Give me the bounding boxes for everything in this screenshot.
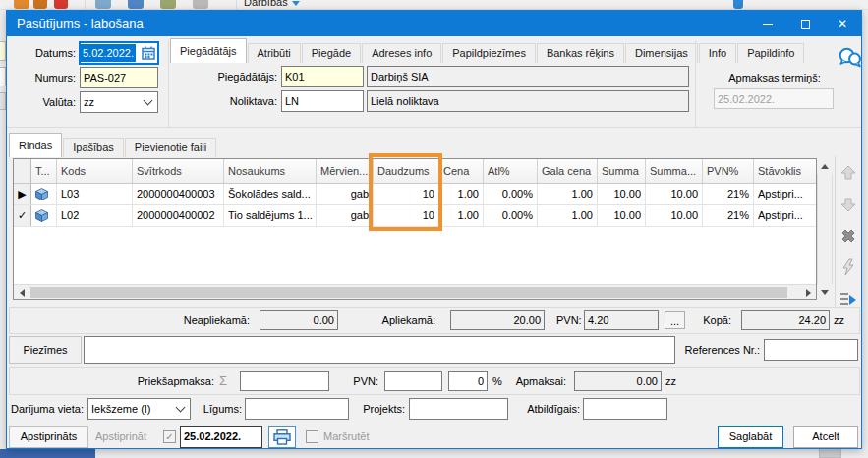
grid-header-summa2[interactable]: Summa... bbox=[646, 159, 703, 183]
tab-rindas[interactable]: Rindas bbox=[9, 133, 62, 157]
cell-kods[interactable]: L03 bbox=[57, 184, 133, 204]
noliktava-code-field[interactable]: LN bbox=[281, 90, 364, 112]
scroll-up-button[interactable] bbox=[817, 158, 833, 174]
apstiprinat-date-field[interactable]: 25.02.2022. bbox=[180, 426, 262, 448]
saglabat-button[interactable]: Saglabāt bbox=[718, 426, 783, 448]
cell-stavoklis[interactable]: Apstipri... bbox=[754, 184, 817, 204]
cell-mervien[interactable]: gab bbox=[317, 205, 374, 226]
apliekama-label: Apliekamā: bbox=[337, 310, 435, 331]
sigma-button[interactable]: Σ bbox=[219, 371, 233, 392]
piegadatajs-code-field[interactable]: K01 bbox=[281, 66, 364, 87]
cell-kods[interactable]: L02 bbox=[57, 205, 133, 226]
prepay-pvn-label: PVN: bbox=[331, 371, 378, 392]
tab-atributi[interactable]: Atribūti bbox=[248, 43, 301, 63]
apstiprinat-label: Apstiprināt bbox=[95, 426, 160, 447]
cell-cena[interactable]: 1.00 bbox=[439, 184, 484, 204]
prepay-pvn-field[interactable] bbox=[384, 371, 442, 391]
tab-piegade[interactable]: Piegāde bbox=[302, 43, 361, 63]
cell-pvn[interactable]: 21% bbox=[703, 205, 754, 226]
move-down-icon[interactable] bbox=[839, 196, 857, 213]
background-toolbar-icon bbox=[733, 0, 743, 9]
grid-header-stavoklis[interactable]: Stāvoklis bbox=[754, 159, 817, 183]
cell-nosaukums[interactable]: Tio saldējums 1... bbox=[224, 205, 317, 226]
cell-atl[interactable]: 0.00% bbox=[484, 205, 538, 226]
cell-nosaukums[interactable]: Šokolādes sald... bbox=[224, 184, 317, 204]
tab-dimensijas[interactable]: Dimensijas bbox=[625, 43, 698, 63]
grid-header-summa[interactable]: Summa bbox=[598, 159, 646, 183]
projekts-field[interactable] bbox=[409, 398, 508, 420]
cell-summa2[interactable]: 10.00 bbox=[646, 205, 703, 226]
cell-summa[interactable]: 10.00 bbox=[598, 184, 646, 204]
numurs-field[interactable]: PAS-027 bbox=[80, 67, 158, 88]
cell-svitrkods[interactable]: 2000000400003 bbox=[133, 184, 224, 204]
grid-header-marker[interactable] bbox=[14, 159, 31, 183]
print-button[interactable] bbox=[268, 426, 296, 448]
grid-vertical-scrollbar[interactable] bbox=[817, 158, 833, 300]
minimize-button[interactable] bbox=[749, 11, 786, 36]
tab-ipasibas[interactable]: Īpašības bbox=[63, 138, 124, 157]
apstiprinat-checkbox[interactable]: ✓ bbox=[163, 430, 176, 443]
import-rows-icon[interactable] bbox=[839, 290, 857, 308]
atbildigais-field[interactable] bbox=[583, 398, 667, 420]
apstiprinats-button[interactable]: Apstiprināts bbox=[9, 426, 88, 448]
grid-header-mervien[interactable]: Mērvien... bbox=[317, 159, 374, 183]
piezimes-field[interactable] bbox=[84, 336, 675, 364]
atcelt-button[interactable]: Atcelt bbox=[793, 426, 858, 448]
scroll-left-button[interactable] bbox=[14, 285, 29, 300]
row-marker-current[interactable]: ▶ bbox=[14, 184, 31, 204]
tab-info[interactable]: Info bbox=[699, 43, 736, 63]
window-titlebar[interactable]: Pasūtījums - labošana ✕ bbox=[7, 11, 861, 36]
lightning-icon[interactable] bbox=[839, 258, 857, 276]
cell-atl[interactable]: 0.00% bbox=[484, 184, 538, 204]
scroll-down-button[interactable] bbox=[817, 284, 833, 300]
cell-summa[interactable]: 10.00 bbox=[598, 205, 646, 226]
grid-header-pvn[interactable]: PVN% bbox=[703, 159, 754, 183]
noliktava-name-field: Lielā noliktava bbox=[367, 90, 689, 112]
references-field[interactable] bbox=[764, 339, 858, 361]
grid-header-gala-cena[interactable]: Gala cena bbox=[538, 159, 598, 183]
cell-stavoklis[interactable]: Apstipri... bbox=[754, 205, 817, 226]
grid-header-cena[interactable]: Cena bbox=[439, 159, 484, 183]
prieksapmaksa-field[interactable] bbox=[240, 371, 329, 391]
cell-svitrkods[interactable]: 2000000400002 bbox=[133, 205, 224, 226]
chat-icon[interactable] bbox=[838, 47, 862, 68]
lines-tabstrip: Rindas Īpašības Pievienotie faili bbox=[9, 133, 217, 157]
tab-papildpiezimes[interactable]: Papildpiezīmes bbox=[442, 43, 536, 63]
grid-header-atl[interactable]: Atl% bbox=[484, 159, 538, 183]
grid-header-svitrkods[interactable]: Svītrkods bbox=[133, 159, 224, 183]
background-toolbar-icon bbox=[193, 0, 208, 9]
grid-header-type[interactable]: T... bbox=[31, 159, 57, 183]
marsrutet-checkbox[interactable] bbox=[306, 430, 318, 443]
cell-gala-cena[interactable]: 1.00 bbox=[538, 184, 598, 204]
ligums-label: Līgums: bbox=[199, 398, 242, 420]
marsrutet-label: Maršrutēt bbox=[323, 426, 382, 447]
tab-bankas-rekins[interactable]: Bankas rēķins bbox=[537, 43, 624, 63]
ligums-field[interactable] bbox=[245, 398, 349, 420]
tab-piegadatajs[interactable]: Piegādātājs bbox=[170, 38, 247, 63]
datums-value: 5.02.2022. bbox=[81, 44, 136, 62]
cell-mervien[interactable]: gab bbox=[317, 184, 374, 204]
cell-summa2[interactable]: 10.00 bbox=[646, 184, 703, 204]
grid-horizontal-scrollbar[interactable] bbox=[14, 284, 816, 299]
cell-pvn[interactable]: 21% bbox=[703, 184, 754, 204]
row-marker-check[interactable]: ✓ bbox=[14, 205, 31, 226]
cell-gala-cena[interactable]: 1.00 bbox=[538, 205, 598, 226]
close-button[interactable]: ✕ bbox=[824, 11, 861, 36]
darijuma-vieta-combobox[interactable]: Iekšzeme (I) bbox=[87, 398, 191, 420]
tab-adreses-info[interactable]: Adreses info bbox=[362, 43, 441, 63]
grid-header-kods[interactable]: Kods bbox=[57, 159, 133, 183]
piezimes-button[interactable]: Piezīmes bbox=[9, 336, 82, 364]
tab-pievienotie-faili[interactable]: Pievienotie faili bbox=[125, 138, 216, 157]
delete-row-icon[interactable] bbox=[839, 227, 857, 245]
background-menu-darbibas[interactable]: Darbības bbox=[244, 0, 300, 8]
grid-header-nosaukums[interactable]: Nosaukums bbox=[224, 159, 317, 183]
valuta-combobox[interactable]: zz bbox=[80, 91, 158, 113]
cell-cena[interactable]: 1.00 bbox=[439, 205, 484, 226]
horizontal-scroll-thumb[interactable] bbox=[30, 287, 787, 298]
tab-papildinfo[interactable]: Papildinfo bbox=[737, 43, 804, 63]
calendar-icon[interactable] bbox=[141, 45, 156, 61]
scroll-right-button[interactable] bbox=[800, 285, 816, 300]
maximize-button[interactable] bbox=[786, 11, 824, 36]
datums-field[interactable]: 5.02.2022. bbox=[79, 41, 159, 65]
move-up-icon[interactable] bbox=[839, 164, 857, 182]
